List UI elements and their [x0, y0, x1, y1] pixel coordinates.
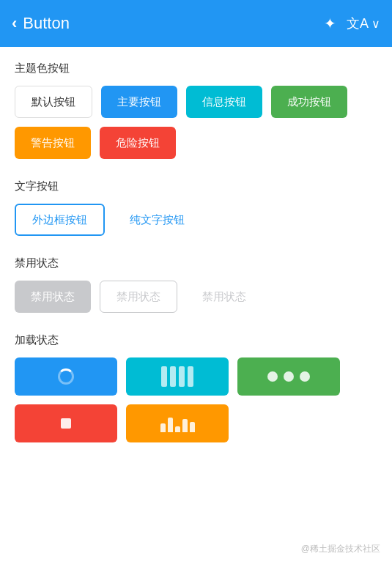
loading-bars-button[interactable]: [126, 357, 229, 396]
loading-dot-1: [267, 371, 278, 382]
loading-bar-3: [179, 366, 185, 387]
loading-dots-icon: [267, 371, 310, 382]
app-header: ‹ Button ✦ 文A ∨: [0, 0, 392, 47]
chart-bar-2: [168, 418, 173, 432]
loading-buttons-group: [15, 357, 377, 396]
disabled-text-button: 禁用状态: [186, 281, 262, 313]
outline-button[interactable]: 外边框按钮: [15, 204, 105, 236]
language-text: 文A: [347, 15, 369, 32]
plain-text-button[interactable]: 纯文字按钮: [114, 204, 201, 236]
primary-button[interactable]: 主要按钮: [101, 86, 177, 118]
theme-buttons-group: 默认按钮 主要按钮 信息按钮 成功按钮 警告按钮 危险按钮: [15, 86, 377, 159]
warning-button[interactable]: 警告按钮: [15, 127, 91, 159]
chevron-down-icon: ∨: [371, 17, 380, 31]
loading-section-title: 加载状态: [15, 333, 377, 347]
loading-dot-3: [300, 371, 310, 382]
text-section-title: 文字按钮: [15, 179, 377, 193]
loading-bars-icon: [161, 366, 193, 387]
disabled-outline-button: 禁用状态: [100, 281, 177, 313]
chart-bar-3: [175, 426, 180, 432]
loading-square-icon: [61, 418, 71, 429]
theme-toggle-icon[interactable]: ✦: [324, 15, 336, 32]
loading-dot-2: [284, 371, 294, 382]
disabled-filled-button: 禁用状态: [15, 281, 91, 313]
theme-section-title: 主题色按钮: [15, 62, 377, 75]
spinner-arc-icon: [58, 368, 74, 385]
loading-spinner-button[interactable]: [15, 357, 117, 396]
info-button[interactable]: 信息按钮: [186, 86, 262, 118]
loading-buttons-row2: [15, 404, 377, 442]
loading-bar-1: [161, 366, 167, 387]
loading-square-button[interactable]: [15, 404, 117, 442]
loading-bar-2: [170, 366, 176, 387]
loading-bar-4: [188, 366, 193, 387]
watermark: @稀土掘金技术社区: [301, 543, 380, 555]
chart-bar-5: [190, 422, 195, 432]
danger-button[interactable]: 危险按钮: [100, 127, 176, 159]
header-left: ‹ Button: [12, 14, 70, 33]
default-button[interactable]: 默认按钮: [15, 86, 92, 118]
loading-chart-button[interactable]: [126, 404, 229, 442]
language-selector[interactable]: 文A ∨: [347, 15, 380, 32]
success-button[interactable]: 成功按钮: [271, 86, 347, 118]
loading-chart-icon: [160, 415, 195, 432]
main-content: 主题色按钮 默认按钮 主要按钮 信息按钮 成功按钮 警告按钮 危险按钮 文字按钮…: [0, 47, 392, 457]
text-buttons-group: 外边框按钮 纯文字按钮: [15, 204, 377, 236]
disabled-buttons-group: 禁用状态 禁用状态 禁用状态: [15, 281, 377, 313]
chart-bar-4: [182, 419, 188, 432]
chart-bar-1: [160, 423, 166, 432]
page-title: Button: [23, 14, 70, 33]
back-icon[interactable]: ‹: [12, 14, 17, 33]
loading-dots-button[interactable]: [237, 357, 340, 396]
disabled-section-title: 禁用状态: [15, 256, 377, 270]
header-right: ✦ 文A ∨: [324, 15, 380, 32]
